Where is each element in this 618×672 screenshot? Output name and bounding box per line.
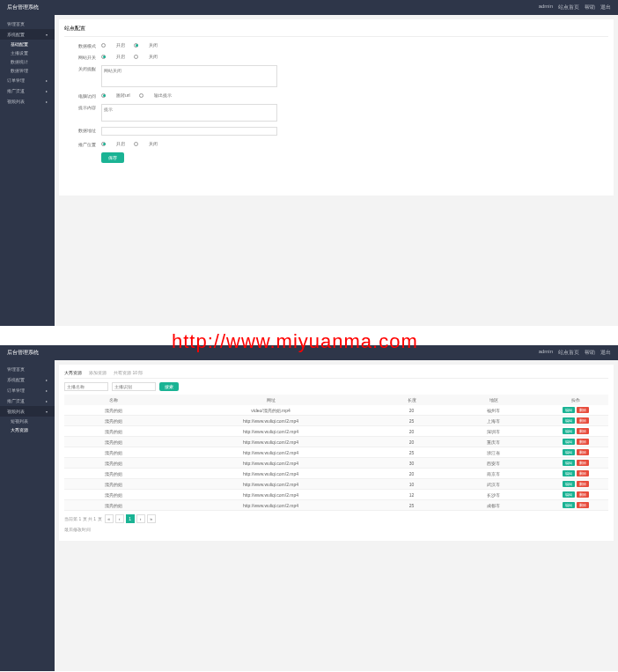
sidebar: 管理首页 系统配置▾ 基础配置 主播设置 数据统计 数据管理 订单管理▸ 推广渠…	[0, 15, 55, 326]
cell-len: 10	[379, 479, 444, 490]
link-home[interactable]: 站点首页	[558, 4, 579, 11]
radio-ds-off[interactable]	[134, 43, 138, 48]
cell-url: http://www.wuliqi.com/2.mp4	[163, 416, 379, 426]
search-button[interactable]: 搜索	[159, 382, 179, 391]
edit-button[interactable]: 编辑	[563, 439, 575, 445]
link-help[interactable]: 帮助	[585, 349, 595, 357]
radio-ds-on[interactable]	[101, 43, 106, 48]
edit-button[interactable]: 编辑	[563, 502, 575, 508]
delete-button[interactable]: 删除	[577, 428, 589, 434]
label-promo-pos: 推广位置	[64, 141, 101, 147]
link-home[interactable]: 站点首页	[558, 349, 579, 357]
table-row: 漂亮的姐http://www.wuliqi.com/2.mp425上海市编辑删除	[64, 416, 608, 426]
sidebar-item-order[interactable]: 订单管理▸	[0, 385, 55, 395]
page-button[interactable]: 1	[126, 514, 135, 523]
edit-button[interactable]: 编辑	[563, 417, 575, 424]
sidebar-item-promo[interactable]: 推广渠道▸	[0, 395, 55, 406]
link-logout[interactable]: 退出	[600, 4, 611, 11]
sidebar-item-video[interactable]: 视频列表▸	[0, 96, 55, 107]
tab-list[interactable]: 大秀资源	[64, 370, 82, 375]
table-row: 漂亮的姐http://www.wuliqi.com/2.mp410武汉市编辑删除	[64, 479, 608, 490]
page-button[interactable]: »	[147, 514, 156, 523]
cell-region: 重庆市	[445, 437, 543, 447]
radio-ss-on[interactable]	[101, 55, 106, 59]
delete-button[interactable]: 删除	[577, 439, 589, 445]
cell-len: 25	[379, 500, 444, 511]
sidebar-item-config[interactable]: 系统配置▸	[0, 374, 55, 385]
edit-button[interactable]: 编辑	[563, 481, 575, 487]
sidebar-item-config[interactable]: 系统配置▾	[0, 29, 55, 40]
label-data-addr: 数据地址	[64, 127, 101, 133]
sidebar-item-home[interactable]: 管理首页	[0, 364, 55, 374]
save-button[interactable]: 保存	[101, 152, 124, 163]
radio-pc-jump[interactable]	[101, 93, 106, 98]
input-data-addr[interactable]	[101, 127, 277, 136]
cell-url: http://www.wuliqi.com/2.mp4	[163, 469, 379, 479]
delete-button[interactable]: 删除	[577, 502, 589, 508]
sidebar-item-video[interactable]: 视频列表▾	[0, 406, 55, 417]
sidebar-item-promo[interactable]: 推广渠道▸	[0, 85, 55, 96]
sidebar-sub-data[interactable]: 数据管理	[0, 66, 55, 75]
cell-name: 漂亮的姐	[64, 469, 163, 479]
cell-len: 25	[379, 416, 444, 426]
cell-region: 上海市	[445, 416, 543, 426]
page-button[interactable]: «	[105, 514, 114, 523]
sidebar-sub-anchor[interactable]: 主播设置	[0, 48, 55, 57]
sidebar-item-home[interactable]: 管理首页	[0, 18, 55, 29]
cell-url: http://www.wuliqi.com/2.mp4	[163, 490, 379, 500]
sidebar-sub-big[interactable]: 大秀资源	[0, 425, 55, 434]
user-name[interactable]: admin	[539, 4, 553, 11]
radio-pp-off[interactable]	[134, 142, 138, 146]
edit-button[interactable]: 编辑	[563, 449, 575, 455]
cell-actions: 编辑删除	[543, 490, 608, 500]
delete-button[interactable]: 删除	[577, 449, 589, 455]
delete-button[interactable]: 删除	[577, 407, 589, 413]
page-button[interactable]: ›	[136, 514, 145, 523]
textarea-jump[interactable]	[101, 104, 277, 122]
radio-ss-off[interactable]	[134, 55, 138, 59]
label-jump-content: 提示内容	[64, 104, 101, 110]
delete-button[interactable]: 删除	[577, 481, 589, 487]
table-row: 漂亮的姐http://www.wuliqi.com/2.mp412长沙市编辑删除	[64, 490, 608, 500]
link-logout[interactable]: 退出	[600, 349, 611, 357]
main-content: 站点配置 数据模式 开启 关闭 网站开关 开启 关闭	[55, 15, 618, 326]
edit-button[interactable]: 编辑	[563, 470, 575, 476]
cell-name: 漂亮的姐	[64, 490, 163, 500]
cell-name: 漂亮的姐	[64, 416, 163, 426]
sidebar-sub-stats[interactable]: 数据统计	[0, 57, 55, 66]
user-name[interactable]: admin	[539, 349, 553, 357]
delete-button[interactable]: 删除	[577, 491, 589, 498]
page-button[interactable]: ‹	[115, 514, 124, 523]
cell-actions: 编辑删除	[543, 479, 608, 490]
delete-button[interactable]: 删除	[577, 470, 589, 476]
textarea-close-title[interactable]	[101, 65, 277, 87]
cell-actions: 编辑删除	[543, 405, 608, 416]
edit-button[interactable]: 编辑	[563, 407, 575, 413]
cell-actions: 编辑删除	[543, 458, 608, 469]
header: 后台管理系统 admin 站点首页 帮助 退出	[0, 0, 618, 15]
cell-actions: 编辑删除	[543, 426, 608, 437]
radio-pc-tip[interactable]	[139, 93, 143, 98]
chevron-icon: ▸	[46, 388, 48, 393]
edit-button[interactable]: 编辑	[563, 491, 575, 498]
radio-pp-on[interactable]	[101, 142, 106, 146]
link-help[interactable]: 帮助	[585, 4, 595, 11]
cell-region: 浙江省	[445, 447, 543, 458]
tab-add[interactable]: 添加资源	[89, 370, 107, 375]
search-blur-input[interactable]	[112, 382, 156, 391]
delete-button[interactable]: 删除	[577, 417, 589, 424]
sidebar-sub-short[interactable]: 短视列表	[0, 417, 55, 425]
edit-button[interactable]: 编辑	[563, 428, 575, 434]
cell-url: http://www.wuliqi.com/2.mp4	[163, 479, 379, 490]
search-name-input[interactable]	[64, 382, 108, 391]
cell-url: http://www.wuliqi.com/2.mp4	[163, 447, 379, 458]
table-row: 漂亮的姐video/漂亮的姐.mp420福州市编辑删除	[64, 405, 608, 416]
delete-button[interactable]: 删除	[577, 460, 589, 466]
sidebar-sub-basic[interactable]: 基础配置	[0, 40, 55, 48]
screenshot-2: 后台管理系统 admin 站点首页 帮助 退出 管理首页 系统配置▸ 订单管理▸…	[0, 345, 618, 671]
cell-actions: 编辑删除	[543, 469, 608, 479]
edit-button[interactable]: 编辑	[563, 460, 575, 466]
cell-name: 漂亮的姐	[64, 500, 163, 511]
sidebar-item-order[interactable]: 订单管理▸	[0, 75, 55, 85]
cell-len: 20	[379, 437, 444, 447]
